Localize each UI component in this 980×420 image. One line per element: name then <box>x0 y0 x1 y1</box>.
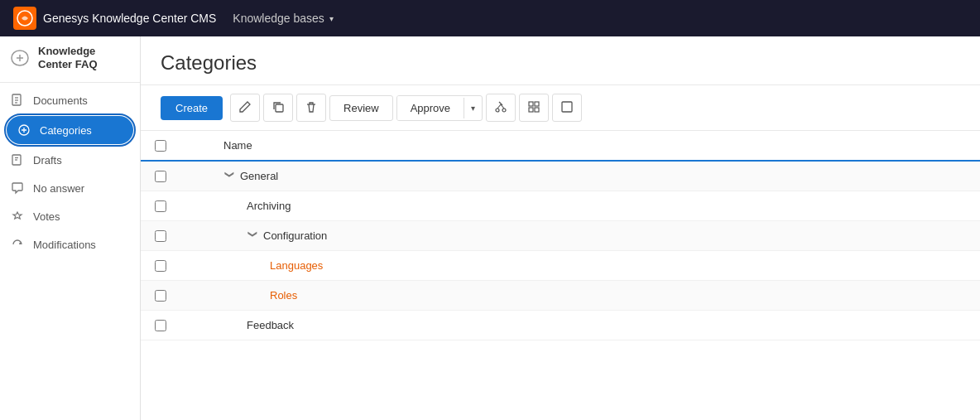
row-checkbox[interactable] <box>155 290 166 302</box>
brand: Genesys Knowledge Center CMS <box>13 7 216 30</box>
approve-dropdown: Approve ▾ <box>396 95 483 121</box>
row-info-col <box>180 198 214 215</box>
header-name-col: Name <box>214 131 980 160</box>
chevron-down-icon: ❯ <box>247 230 258 242</box>
row-checkbox-col <box>141 192 180 220</box>
edit-icon <box>238 100 252 116</box>
svg-line-12 <box>497 104 501 109</box>
svg-rect-18 <box>535 108 539 112</box>
grid-icon <box>527 100 540 116</box>
knowledge-bases-label: Knowledge bases <box>233 12 324 25</box>
expand-icon <box>560 100 574 116</box>
delete-icon <box>305 100 318 116</box>
row-name-cell: Languages <box>214 251 980 280</box>
row-info-col <box>180 317 214 334</box>
row-name-cell: ❯ General <box>214 162 980 191</box>
documents-icon <box>10 94 25 107</box>
create-button[interactable]: Create <box>161 96 223 120</box>
svg-rect-19 <box>562 102 572 112</box>
sidebar-item-label-categories: Categories <box>40 124 92 137</box>
sidebar-item-label-drafts: Drafts <box>33 154 62 167</box>
edit-button[interactable] <box>230 94 260 122</box>
svg-rect-15 <box>529 102 533 106</box>
category-name[interactable]: Archiving <box>247 200 291 212</box>
row-checkbox-col <box>141 222 180 250</box>
svg-rect-9 <box>276 104 283 112</box>
delete-button[interactable] <box>296 94 326 122</box>
knowledge-bases-menu[interactable]: Knowledge bases ▾ <box>233 12 334 25</box>
brand-label: Genesys Knowledge Center CMS <box>43 12 216 25</box>
sidebar-divider <box>0 82 140 83</box>
category-name[interactable]: Configuration <box>263 229 327 242</box>
sidebar-item-votes[interactable]: Votes <box>0 202 140 230</box>
topnav: Genesys Knowledge Center CMS Knowledge b… <box>0 0 980 36</box>
approve-button[interactable]: Approve <box>397 96 464 120</box>
table-row: ❯ Configuration <box>141 221 980 251</box>
row-info-col <box>180 168 214 185</box>
sidebar-item-label-votes: Votes <box>33 210 60 223</box>
row-checkbox-col <box>141 311 180 340</box>
topnav-chevron-icon: ▾ <box>329 14 334 23</box>
table-row: Feedback <box>141 311 980 340</box>
categories-icon <box>17 123 31 137</box>
review-button[interactable]: Review <box>329 95 393 121</box>
category-name[interactable]: Languages <box>270 259 323 272</box>
copy-button[interactable] <box>263 94 293 122</box>
row-checkbox-col <box>141 282 180 310</box>
row-checkbox[interactable] <box>155 260 166 272</box>
svg-point-11 <box>502 109 506 112</box>
sidebar-item-modifications[interactable]: Modifications <box>0 230 140 258</box>
sidebar-item-label-modifications: Modifications <box>33 239 96 251</box>
votes-icon <box>10 210 25 223</box>
sidebar-item-label-documents: Documents <box>33 94 88 107</box>
sidebar-kb-label: Knowledge Center FAQ <box>38 45 98 70</box>
sidebar-kb[interactable]: Knowledge Center FAQ <box>0 36 140 79</box>
grid-button[interactable] <box>519 94 549 122</box>
sidebar-item-drafts[interactable]: Drafts <box>0 146 140 174</box>
table-row: Archiving <box>141 191 980 221</box>
svg-rect-16 <box>535 102 539 106</box>
cut-icon <box>494 100 507 116</box>
table-row: ❯ General <box>141 162 980 191</box>
row-checkbox-col <box>141 252 180 280</box>
row-name-cell: Archiving <box>214 191 980 220</box>
row-name-cell: Feedback <box>214 311 980 340</box>
svg-point-10 <box>496 109 499 112</box>
row-checkbox[interactable] <box>155 320 166 331</box>
main-content: Categories Create <box>141 36 980 420</box>
copy-icon <box>271 100 285 116</box>
row-checkbox[interactable] <box>155 230 166 242</box>
page-title: Categories <box>161 51 960 75</box>
drafts-icon <box>10 153 25 167</box>
sidebar-item-documents[interactable]: Documents <box>0 86 140 114</box>
kb-icon <box>10 48 30 68</box>
sidebar-item-no-answer[interactable]: No answer <box>0 174 140 202</box>
approve-chevron-icon[interactable]: ▾ <box>464 98 482 118</box>
select-all-checkbox[interactable] <box>155 140 166 152</box>
sidebar-item-categories[interactable]: Categories <box>7 116 133 144</box>
row-info-col <box>180 228 214 244</box>
categories-table: Name ❯ General Archivin <box>141 131 980 420</box>
row-info-col <box>180 287 214 304</box>
chevron-down-icon: ❯ <box>224 171 235 182</box>
main-header: Categories <box>141 36 980 85</box>
category-name[interactable]: Roles <box>270 289 297 302</box>
cut-button[interactable] <box>486 94 516 122</box>
no-answer-icon <box>10 181 25 195</box>
header-info-col <box>180 138 214 154</box>
svg-rect-17 <box>529 108 533 112</box>
row-checkbox[interactable] <box>155 200 166 212</box>
brand-icon <box>13 7 36 30</box>
row-name-cell: Roles <box>214 281 980 310</box>
expand-button[interactable] <box>552 94 582 122</box>
row-info-col <box>180 258 214 274</box>
category-name[interactable]: General <box>240 170 278 182</box>
toolbar: Create <box>141 85 980 131</box>
row-checkbox[interactable] <box>155 171 166 182</box>
header-checkbox-col <box>141 132 180 160</box>
table-header: Name <box>141 131 980 162</box>
row-name-cell: ❯ Configuration <box>214 221 980 250</box>
category-name[interactable]: Feedback <box>247 319 294 331</box>
modifications-icon <box>10 238 25 251</box>
sidebar-item-label-no-answer: No answer <box>33 182 84 195</box>
